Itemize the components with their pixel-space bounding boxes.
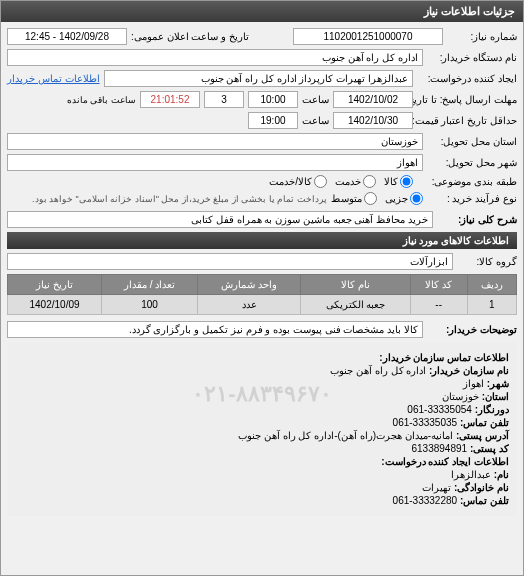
col-row: ردیف [467,275,516,295]
panel-title: جزئیات اطلاعات نیاز [424,5,515,17]
province-label: استان: [482,391,509,402]
purchase-type-label: نوع فرآیند خرید : [427,193,517,204]
radio-goods-input[interactable] [400,175,413,188]
phone-label: تلفن تماس: [460,417,509,428]
contact-section-title: اطلاعات تماس سازمان خریدار: [379,352,509,363]
creator-phone-label: تلفن تماس: [460,495,509,506]
goods-group-label: گروه کالا: [457,256,517,267]
col-name: نام کالا [301,275,410,295]
validity-date-field: 1402/10/30 [333,112,413,129]
postal-code-value: 6133894891 [411,443,467,454]
fax-value: 33335054-061 [407,404,472,415]
radio-goods-service-input[interactable] [314,175,327,188]
time-label-1: ساعت [302,94,329,105]
radio-goods[interactable]: کالا [384,175,413,188]
cell-name: جعبه الکتریکی [301,295,410,315]
address-value: امانیه-میدان هجرت(راه آهن)-اداره کل راه … [238,430,453,441]
request-number-label: شماره نیاز: [447,31,517,42]
radio-service-input[interactable] [363,175,376,188]
remaining-days-field: 3 [204,91,244,108]
col-unit: واحد شمارش [198,275,301,295]
buyer-org-field: اداره کل راه آهن جنوب [7,49,423,66]
time-label-2: ساعت [302,115,329,126]
deadline-time-field: 10:00 [248,91,298,108]
announce-date-label: تاریخ و ساعت اعلان عمومی: [131,31,249,42]
subject-type-label: طبقه بندی موضوعی: [417,176,517,187]
contact-info-section: ۰۲۱-۸۸۳۴۹۶۷۰ اطلاعات تماس سازمان خریدار:… [7,342,517,516]
purchase-type-radios: جزیی متوسط [331,192,423,205]
cell-unit: عدد [198,295,301,315]
goods-table: ردیف کد کالا نام کالا واحد شمارش تعداد /… [7,274,517,315]
contact-link[interactable]: اطلاعات تماس خریدار [7,73,100,84]
form-section: شماره نیاز: 1102001251000070 تاریخ و ساع… [1,22,523,522]
panel-header: جزئیات اطلاعات نیاز [1,1,523,22]
delivery-province-label: استان محل تحویل: [427,136,517,147]
radio-small-input[interactable] [410,192,423,205]
request-creator-field: عبدالزهرا تهیرات کارپرداز اداره کل راه آ… [104,70,413,87]
radio-medium[interactable]: متوسط [331,192,377,205]
cell-code: -- [410,295,467,315]
deadline-date-field: 1402/10/02 [333,91,413,108]
goods-section-title: اطلاعات کالاهای مورد نیاز [7,232,517,249]
remaining-suffix: ساعت باقی مانده [67,95,136,105]
delivery-city-field: اهواز [7,154,423,171]
radio-goods-service[interactable]: کالا/خدمت [269,175,327,188]
request-creator-label: ایجاد کننده درخواست: [417,73,517,84]
city-label: شهر: [487,378,509,389]
need-title-label: شرح کلی نیاز: [437,214,517,225]
col-date: تاریخ نیاز [8,275,102,295]
col-qty: تعداد / مقدار [102,275,198,295]
delivery-province-field: خوزستان [7,133,423,150]
validity-time-field: 19:00 [248,112,298,129]
buyer-notes-field: کالا باید مشخصات فنی پیوست بوده و فرم نی… [7,321,423,338]
radio-medium-input[interactable] [364,192,377,205]
subject-type-radios: کالا خدمت کالا/خدمت [269,175,413,188]
creator-family-value: تهیرات [422,482,451,493]
deadline-label: مهلت ارسال پاسخ: تا تاریخ: [417,94,517,105]
table-header-row: ردیف کد کالا نام کالا واحد شمارش تعداد /… [8,275,517,295]
creator-name-value: عبدالزهرا [451,469,491,480]
phone-value: 33335035-061 [393,417,458,428]
radio-small[interactable]: جزیی [385,192,423,205]
creator-name-label: نام: [494,469,509,480]
table-row: 1 -- جعبه الکتریکی عدد 100 1402/10/09 [8,295,517,315]
validity-label: حداقل تاریخ اعتبار قیمت: تا تاریخ: [417,115,517,126]
buyer-notes-label: توضیحات خریدار: [427,324,517,335]
buyer-org-label: نام دستگاه خریدار: [427,52,517,63]
cell-qty: 100 [102,295,198,315]
cell-date: 1402/10/09 [8,295,102,315]
creator-phone-value: 33332280-061 [393,495,458,506]
purchase-note: پرداخت تمام یا بخشی از مبلغ خرید،از محل … [32,194,327,204]
cell-row: 1 [467,295,516,315]
creator-section-title: اطلاعات ایجاد کننده درخواست: [381,456,509,467]
city-value: اهواز [463,378,484,389]
goods-group-field: ابزارآلات [7,253,453,270]
postal-code-label: کد پستی: [470,443,509,454]
announce-date-field: 1402/09/28 - 12:45 [7,28,127,45]
org-name-value: اداره کل راه آهن جنوب [330,365,426,376]
fax-label: دورنگار: [475,404,509,415]
creator-family-label: نام خانوادگی: [454,482,509,493]
province-value: خوزستان [442,391,479,402]
main-panel: جزئیات اطلاعات نیاز شماره نیاز: 11020012… [0,0,524,576]
need-title-field: خرید محافظ آهنی جعبه ماشین سوزن به همراه… [7,211,433,228]
remaining-timer-field: 21:01:52 [140,91,200,108]
address-label: آدرس پستی: [456,430,509,441]
delivery-city-label: شهر محل تحویل: [427,157,517,168]
org-name-label: نام سازمان خریدار: [429,365,509,376]
col-code: کد کالا [410,275,467,295]
radio-service[interactable]: خدمت [335,175,376,188]
request-number-field: 1102001251000070 [293,28,443,45]
